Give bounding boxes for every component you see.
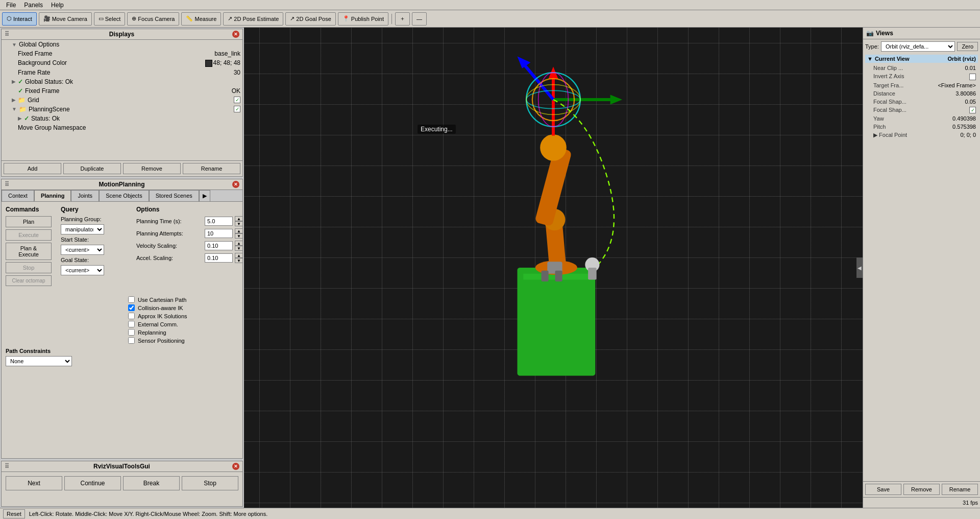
rviz-stop-btn[interactable]: Stop bbox=[182, 476, 238, 490]
toolbar-interact-btn[interactable]: ⬡ Interact bbox=[2, 12, 37, 26]
execute-btn[interactable]: Execute bbox=[6, 229, 52, 241]
views-rename-btn[interactable]: Rename bbox=[942, 484, 978, 495]
toolbar-measure-btn[interactable]: 📏 Measure bbox=[181, 12, 221, 26]
planning-time-label: Planning Time (s): bbox=[136, 218, 203, 224]
velocity-scaling-down-btn[interactable]: ▼ bbox=[235, 246, 242, 251]
remove-display-btn[interactable]: Remove bbox=[123, 163, 181, 174]
dash-icon: — bbox=[416, 16, 422, 22]
tree-fixed-frame[interactable]: Fixed Frame base_link bbox=[2, 49, 242, 58]
view-distance-row: Distance 3.80086 bbox=[865, 89, 978, 98]
velocity-scaling-input[interactable] bbox=[205, 241, 233, 250]
target-frame-value: <Fixed Frame> bbox=[938, 82, 976, 88]
toolbar-publish-point-btn[interactable]: 📍 Publish Point bbox=[338, 12, 388, 26]
menu-help[interactable]: Help bbox=[47, 1, 68, 10]
toolbar-2d-pose-btn[interactable]: ↗ 2D Pose Estimate bbox=[223, 12, 283, 26]
tree-background-color[interactable]: Background Color 48; 48; 48 bbox=[2, 58, 242, 68]
planning-group-select[interactable]: manipulator bbox=[61, 224, 104, 234]
tab-context[interactable]: Context bbox=[2, 190, 34, 201]
replanning-checkbox[interactable] bbox=[128, 329, 135, 336]
view-type-select[interactable]: Orbit (rviz_defa... bbox=[881, 41, 955, 52]
y-axis-arrowhead bbox=[518, 56, 531, 68]
rviz-continue-btn[interactable]: Continue bbox=[64, 476, 121, 490]
accel-scaling-label: Accel. Scaling: bbox=[136, 255, 203, 261]
planning-time-down-btn[interactable]: ▼ bbox=[235, 221, 242, 226]
approx-ik-checkbox[interactable] bbox=[128, 313, 135, 319]
gripper-object-body bbox=[588, 268, 596, 280]
rviz-next-btn[interactable]: Next bbox=[6, 476, 62, 490]
plan-execute-btn[interactable]: Plan & Execute bbox=[6, 243, 52, 260]
toolbar-2d-goal-btn[interactable]: ↗ 2D Goal Pose bbox=[285, 12, 335, 26]
views-save-btn[interactable]: Save bbox=[865, 484, 901, 495]
focal-shape2-value bbox=[969, 107, 976, 114]
planning-attempts-input[interactable] bbox=[205, 229, 233, 238]
sensor-positioning-checkbox[interactable] bbox=[128, 337, 135, 344]
accel-scaling-up-btn[interactable]: ▲ bbox=[235, 253, 242, 258]
menu-panels[interactable]: Panels bbox=[20, 1, 47, 10]
toolbar-dash-btn[interactable]: — bbox=[412, 12, 427, 26]
external-comm-row: External Comm. bbox=[128, 321, 238, 327]
grid-checkbox[interactable] bbox=[234, 97, 240, 103]
stop-btn[interactable]: Stop bbox=[6, 262, 52, 273]
invert-z-value bbox=[969, 73, 976, 80]
rviz-break-btn[interactable]: Break bbox=[123, 476, 180, 490]
planning-scene-checkbox[interactable] bbox=[234, 106, 240, 112]
tab-more-btn[interactable]: ▶ bbox=[199, 190, 210, 201]
planning-attempts-down-btn[interactable]: ▼ bbox=[235, 233, 242, 239]
tree-grid[interactable]: ▶ 📁 Grid bbox=[2, 96, 242, 105]
menu-file[interactable]: File bbox=[2, 1, 20, 10]
accel-scaling-down-btn[interactable]: ▼ bbox=[235, 258, 242, 263]
tree-move-group-ns[interactable]: Move Group Namespace bbox=[2, 123, 242, 132]
displays-panel: ⠿ Displays ✕ ▼ Global Options Fixed Fram… bbox=[1, 29, 243, 177]
robot-visualization bbox=[244, 28, 863, 508]
tab-planning[interactable]: Planning bbox=[34, 190, 71, 201]
tree-frame-rate[interactable]: Frame Rate 30 bbox=[2, 68, 242, 77]
tree-status-ok[interactable]: ▶ ✓ Status: Ok bbox=[2, 114, 242, 123]
velocity-scaling-up-btn[interactable]: ▲ bbox=[235, 241, 242, 246]
tab-scene-objects[interactable]: Scene Objects bbox=[99, 190, 149, 201]
tab-stored-scenes[interactable]: Stored Scenes bbox=[149, 190, 199, 201]
motion-planning-close-btn[interactable]: ✕ bbox=[232, 181, 239, 188]
view-zero-btn[interactable]: Zero bbox=[957, 42, 978, 51]
velocity-scaling-spinner: ▲ ▼ bbox=[235, 241, 242, 251]
start-state-select[interactable]: <current> bbox=[61, 245, 104, 255]
tree-fixed-frame-status[interactable]: ✓ Fixed Frame OK bbox=[2, 86, 242, 96]
replanning-row: Replanning bbox=[128, 329, 238, 336]
toolbar-add-btn[interactable]: ＋ bbox=[395, 12, 410, 26]
rviz-tools-close-btn[interactable]: ✕ bbox=[232, 463, 239, 470]
reset-btn[interactable]: Reset bbox=[3, 509, 25, 518]
view-focal-shape1-row: Focal Shap... 0.05 bbox=[865, 98, 978, 106]
duplicate-display-btn[interactable]: Duplicate bbox=[63, 163, 121, 174]
toolbar-focus-camera-btn[interactable]: ⊕ Focus Camera bbox=[127, 12, 179, 26]
planning-time-input[interactable] bbox=[205, 217, 233, 226]
planning-three-col: Commands Plan Execute Plan & Execute Sto… bbox=[6, 206, 238, 288]
goal-state-select[interactable]: <current> bbox=[61, 265, 104, 275]
displays-close-btn[interactable]: ✕ bbox=[232, 31, 239, 38]
planning-scene-label: PlanningScene bbox=[29, 106, 232, 113]
cartesian-path-row: Use Cartesian Path bbox=[128, 296, 238, 303]
rename-display-btn[interactable]: Rename bbox=[183, 163, 240, 174]
cartesian-path-checkbox[interactable] bbox=[128, 296, 135, 303]
path-constraints-select[interactable]: None bbox=[6, 356, 72, 366]
motion-drag-icon: ⠿ bbox=[5, 181, 9, 188]
tree-planning-scene[interactable]: ▼ 📁 PlanningScene bbox=[2, 105, 242, 114]
planning-scene-folder-icon: 📁 bbox=[19, 106, 27, 113]
clear-octomap-btn[interactable]: Clear octomap bbox=[6, 275, 52, 286]
external-comm-checkbox[interactable] bbox=[128, 321, 135, 327]
invert-z-checkbox[interactable] bbox=[969, 74, 976, 80]
add-display-btn[interactable]: Add bbox=[4, 163, 61, 174]
planning-attempts-up-btn[interactable]: ▲ bbox=[235, 228, 242, 233]
tree-global-status[interactable]: ▶ ✓ Global Status: Ok bbox=[2, 77, 242, 86]
collapse-right-handle[interactable]: ◀ bbox=[856, 257, 863, 278]
toolbar-select-btn[interactable]: ▭ Select bbox=[94, 12, 126, 26]
views-remove-btn[interactable]: Remove bbox=[903, 484, 940, 495]
tab-joints[interactable]: Joints bbox=[71, 190, 99, 201]
frame-rate-label: Frame Rate bbox=[18, 69, 232, 76]
toolbar-move-camera-btn[interactable]: 🎥 Move Camera bbox=[39, 12, 92, 26]
planning-time-up-btn[interactable]: ▲ bbox=[235, 216, 242, 221]
collision-ik-checkbox[interactable] bbox=[128, 304, 135, 311]
3d-viewport[interactable]: Executing... ◀ bbox=[244, 28, 863, 508]
plan-btn[interactable]: Plan bbox=[6, 216, 52, 227]
focal-shape2-checkbox[interactable] bbox=[969, 107, 976, 113]
accel-scaling-input[interactable] bbox=[205, 253, 233, 263]
tree-global-options[interactable]: ▼ Global Options bbox=[2, 40, 242, 49]
